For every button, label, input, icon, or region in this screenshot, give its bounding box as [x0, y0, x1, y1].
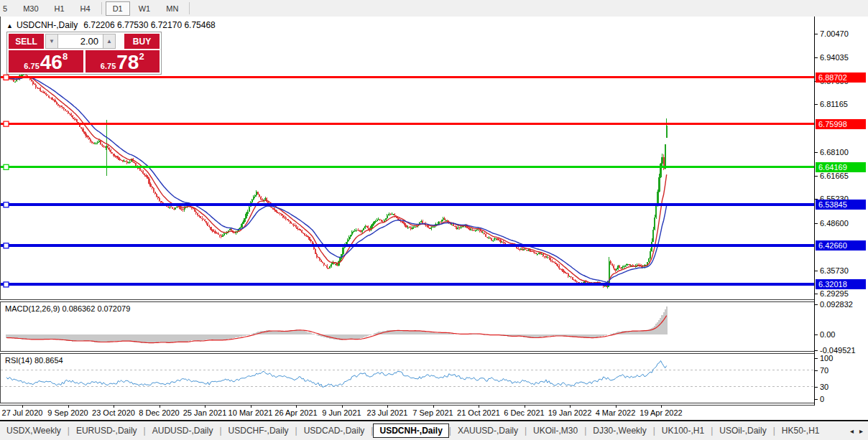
- rsi-label: RSI(14) 80.8654: [5, 356, 63, 365]
- candles-up-wicks: [8, 72, 667, 289]
- axis-tick-label: 6.29295: [820, 289, 849, 298]
- date-axis-tick: [296, 406, 297, 408]
- chart-tab-usdcad[interactable]: USDCAD-,Daily: [297, 423, 371, 438]
- timeframe-button-d1[interactable]: D1: [106, 1, 130, 16]
- timeframe-button-mn[interactable]: MN: [159, 1, 185, 16]
- timeframe-button-h4[interactable]: H4: [73, 1, 98, 16]
- date-axis-tick: [68, 406, 69, 408]
- date-axis-label: 21 Oct 2021: [457, 408, 500, 417]
- chart-tab-bar: USDX,Weekly|EURUSD-,Daily|AUDUSD-,Daily|…: [0, 420, 868, 440]
- date-axis-tick: [387, 406, 388, 408]
- chart-tab-dj30[interactable]: DJ30-,Weekly: [586, 423, 652, 438]
- macd-indicator-pane[interactable]: MACD(12,26,9) 0.086362 0.072079: [0, 302, 815, 351]
- volume-decrease-button[interactable]: ▼: [45, 34, 58, 49]
- date-axis-tick: [114, 406, 114, 408]
- toolbar-separator: [101, 2, 102, 14]
- date-axis-label: 9 Sep 2020: [47, 408, 88, 417]
- level-price-tag: 6.53845: [816, 200, 866, 210]
- rsi-line: [6, 361, 667, 388]
- date-axis-tick: [479, 406, 479, 408]
- level-price-tag: 6.88702: [816, 72, 866, 83]
- trading-terminal-window: 5M30H1H4D1W1MN ▲USDCNH-,Daily6.72206 6.7…: [0, 0, 868, 440]
- chart-tab-usoil[interactable]: USOil-,Daily: [713, 423, 772, 438]
- axis-tick-label: 0: [820, 395, 824, 403]
- tabs-scroll-right-icon[interactable]: ▸: [857, 427, 866, 435]
- buy-price-small: 6.75: [101, 62, 116, 70]
- timeframe-toolbar: 5M30H1H4D1W1MN: [0, 0, 868, 17]
- axis-tick-label: 100: [820, 354, 833, 362]
- axis-tick-label: 70: [820, 366, 828, 375]
- level-line-handle[interactable]: [4, 243, 9, 248]
- date-axis-label: 23 Jul 2021: [367, 408, 408, 417]
- tabs-scroll-left-icon[interactable]: ◂: [847, 427, 857, 435]
- axis-tick-label: 6.61665: [820, 172, 849, 180]
- sell-price-small: 6.75: [24, 62, 39, 70]
- date-axis-tick: [160, 406, 160, 408]
- date-axis-tick: [205, 406, 206, 408]
- level-price-tag: 6.64169: [816, 162, 866, 172]
- date-axis-tick: [22, 406, 23, 408]
- buy-price-button[interactable]: 6.75782: [86, 50, 160, 72]
- toolbar-separator: [189, 2, 190, 14]
- timeframe-button-5[interactable]: 5: [0, 1, 14, 16]
- sell-price-button[interactable]: 6.75468: [9, 50, 83, 72]
- date-axis-tick: [251, 406, 251, 408]
- date-axis-label: 26 Apr 2021: [274, 408, 317, 417]
- level-line-handle[interactable]: [4, 121, 9, 126]
- axis-tick-label: 30: [820, 383, 828, 391]
- chart-tab-usdcnh[interactable]: USDCNH-,Daily: [373, 423, 448, 438]
- volume-input[interactable]: [58, 34, 103, 49]
- date-axis-tick: [525, 406, 525, 408]
- chart-tab-usdchf[interactable]: USDCHF-,Daily: [222, 423, 295, 438]
- date-axis-label: 19 Apr 2022: [640, 408, 682, 417]
- chart-tab-usdx[interactable]: USDX,Weekly: [0, 423, 68, 438]
- level-line-handle[interactable]: [4, 164, 9, 169]
- chart-tab-xauusd[interactable]: XAUUSD-,Daily: [451, 423, 525, 438]
- sell-price-big: 46: [40, 53, 63, 72]
- sell-button[interactable]: SELL: [9, 34, 44, 49]
- fast-ma-line: [6, 77, 667, 285]
- chart-tab-uk100[interactable]: UK100-,H1: [655, 423, 711, 438]
- date-axis[interactable]: 27 Jul 20209 Sep 202023 Oct 20208 Dec 20…: [0, 406, 868, 420]
- collapse-panel-icon[interactable]: ▲: [6, 22, 13, 29]
- chart-tab-hk50[interactable]: HK50-,H1: [775, 423, 826, 438]
- level-line-handle[interactable]: [4, 282, 9, 287]
- level-line-handle[interactable]: [4, 202, 9, 207]
- timeframe-button-m30[interactable]: M30: [16, 1, 45, 16]
- candles-up-bodies: [8, 74, 667, 286]
- buy-price-big: 78: [116, 53, 139, 72]
- axis-tick-label: 0.092832: [820, 300, 853, 309]
- macd-label: MACD(12,26,9) 0.086362 0.072079: [5, 304, 130, 313]
- date-axis-tick: [616, 406, 617, 408]
- price-axis[interactable]: 7.004706.940356.876006.811656.681006.616…: [814, 17, 868, 406]
- volume-increase-button[interactable]: ▲: [103, 34, 116, 49]
- date-axis-tick: [342, 406, 343, 408]
- date-axis-label: 10 Mar 2021: [228, 408, 273, 417]
- level-price-tag: 6.75998: [816, 119, 866, 129]
- level-price-tag: 6.42660: [816, 240, 866, 251]
- axis-tick-label: 0.00: [820, 330, 835, 339]
- level-price-tag: 6.32018: [816, 279, 866, 289]
- timeframe-button-h1[interactable]: H1: [47, 1, 72, 16]
- buy-price-sup: 2: [139, 51, 144, 62]
- timeframe-button-w1[interactable]: W1: [131, 1, 158, 16]
- chart-tab-ukoil[interactable]: UKOil-,M30: [527, 423, 584, 438]
- date-axis-label: 9 Jun 2021: [322, 408, 361, 417]
- rsi-indicator-pane[interactable]: RSI(14) 80.8654: [0, 354, 815, 403]
- rsi-canvas: [1, 354, 815, 403]
- price-chart-pane[interactable]: ▲USDCNH-,Daily6.72206 6.77530 6.72170 6.…: [0, 17, 815, 299]
- date-axis-tick: [433, 406, 434, 408]
- ohlc-values: 6.72206 6.77530 6.72170 6.75468: [83, 20, 216, 30]
- date-axis-label: 25 Jan 2021: [183, 408, 227, 417]
- date-axis-label: 23 Oct 2020: [92, 408, 135, 417]
- sell-price-sup: 8: [63, 51, 68, 62]
- level-line-handle[interactable]: [4, 75, 9, 80]
- date-axis-label: 27 Jul 2020: [2, 408, 43, 417]
- axis-tick-label: 6.81165: [820, 100, 848, 108]
- date-axis-label: 7 Sep 2021: [412, 408, 453, 417]
- chart-tab-audusd[interactable]: AUDUSD-,Daily: [146, 423, 220, 438]
- chart-tab-eurusd[interactable]: EURUSD-,Daily: [70, 423, 144, 438]
- date-axis-label: 19 Jan 2022: [548, 408, 592, 417]
- date-axis-label: 8 Dec 2020: [139, 408, 179, 417]
- buy-button[interactable]: BUY: [124, 34, 160, 49]
